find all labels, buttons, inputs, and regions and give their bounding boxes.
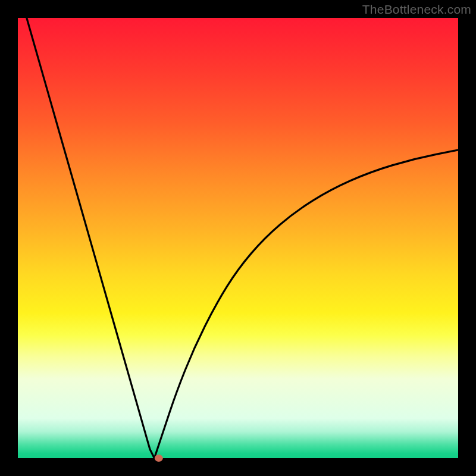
- curve-right: [154, 150, 458, 458]
- plot-area: [18, 18, 458, 458]
- curve-left: [27, 18, 155, 458]
- chart-frame: TheBottleneck.com: [0, 0, 476, 476]
- marker-dot: [155, 455, 163, 462]
- attribution-text: TheBottleneck.com: [362, 2, 471, 17]
- curve-svg: [18, 18, 458, 458]
